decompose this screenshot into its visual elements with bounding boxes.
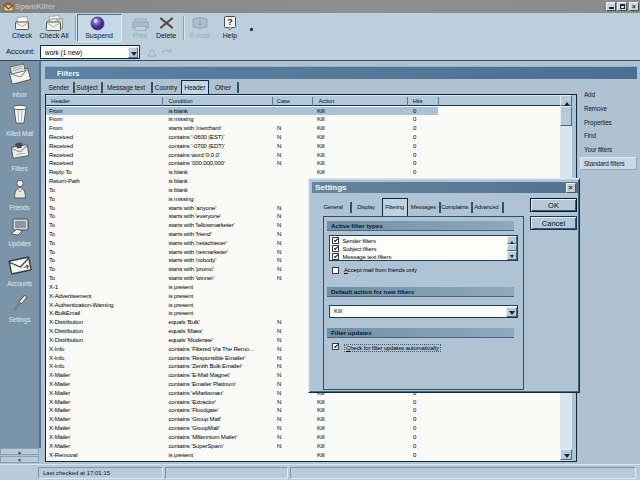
svg-text:?: ? [227,17,233,27]
